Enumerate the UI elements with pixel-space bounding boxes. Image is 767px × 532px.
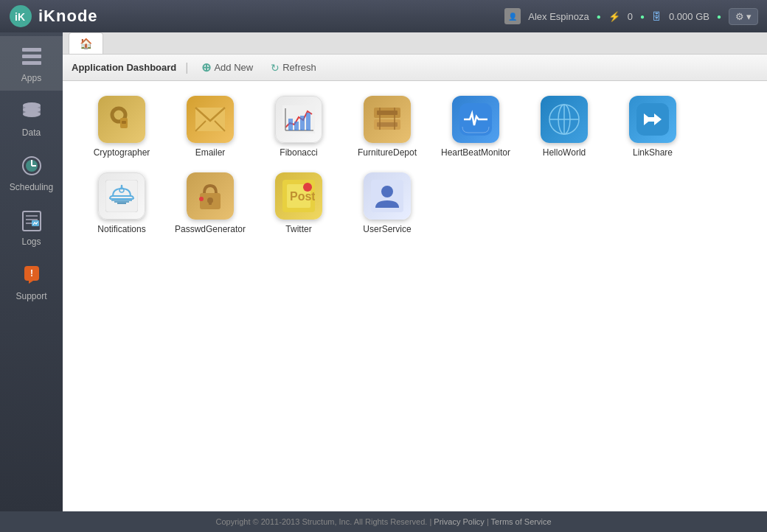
app-item-cryptographer[interactable]: Cryptographer	[85, 96, 159, 158]
sidebar-item-apps[interactable]: Apps	[0, 36, 63, 91]
add-new-button[interactable]: ⊕ Add New	[197, 59, 257, 76]
storage-value: 0.000 GB	[669, 11, 709, 22]
app-item-twitter[interactable]: Post Twitter	[262, 172, 336, 234]
fibonacci-icon	[275, 96, 322, 143]
twitter-icon: Post	[275, 172, 322, 220]
logo: iK iKnode	[9, 4, 98, 28]
data-icon	[18, 98, 45, 125]
svg-rect-34	[294, 122, 299, 130]
logo-icon: iK	[9, 4, 32, 28]
svg-rect-4	[22, 61, 41, 65]
passwdgenerator-icon	[187, 172, 234, 220]
refresh-icon: ↻	[271, 62, 280, 74]
app-item-fibonacci[interactable]: Fibonacci	[262, 96, 336, 158]
helloworld-label: HelloWorld	[543, 147, 586, 158]
notifications-label: Notifications	[97, 224, 145, 234]
header-right: 👤 Alex Espinoza ● ⚡ 0 ● 🗄 0.000 GB ● ⚙ ▾	[504, 8, 758, 25]
toolbar-title: Application Dashboard	[72, 62, 176, 73]
logo-text: iKnode	[38, 7, 98, 26]
storage-icon: 🗄	[652, 11, 662, 22]
twitter-label: Twitter	[285, 224, 311, 234]
apps-icon	[18, 43, 45, 70]
app-item-furnituredepot[interactable]: FurnitureDepot	[350, 96, 424, 158]
svg-point-64	[303, 183, 312, 192]
logs-icon	[18, 207, 45, 234]
settings-dropdown-arrow: ▾	[746, 11, 752, 22]
add-icon: ⊕	[201, 60, 211, 74]
app-item-passwdgenerator[interactable]: PasswdGenerator	[173, 172, 247, 234]
user-avatar: 👤	[504, 8, 521, 24]
svg-text:Post: Post	[290, 190, 315, 203]
cryptographer-label: Cryptographer	[94, 147, 150, 158]
emailer-label: Emailer	[195, 147, 226, 158]
svg-rect-35	[300, 116, 305, 130]
cryptographer-icon	[98, 96, 145, 143]
heartbeatmonitor-icon	[452, 96, 499, 143]
refresh-button[interactable]: ↻ Refresh	[266, 60, 321, 75]
svg-rect-3	[22, 55, 41, 58]
user-name: Alex Espinoza	[528, 11, 589, 22]
furnituredepot-icon	[364, 96, 411, 143]
privacy-policy-link[interactable]: Privacy Policy	[434, 517, 484, 526]
app-item-notifications[interactable]: Notifications	[85, 172, 159, 234]
svg-rect-50	[648, 117, 654, 122]
sidebar-support-label: Support	[15, 291, 46, 301]
svg-rect-33	[288, 119, 293, 130]
sidebar-item-support[interactable]: ! Support	[0, 254, 63, 309]
scheduling-icon	[18, 153, 45, 179]
svg-point-66	[381, 186, 393, 197]
heartbeatmonitor-label: HeartBeatMonitor	[441, 147, 510, 158]
settings-button[interactable]: ⚙ ▾	[729, 8, 758, 25]
dot3: ●	[717, 13, 721, 21]
userservice-label: UserService	[363, 224, 411, 234]
app-item-userservice[interactable]: UserService	[350, 172, 424, 234]
svg-rect-2	[22, 48, 41, 52]
sidebar-data-label: Data	[22, 127, 41, 138]
linkshare-label: LinkShare	[633, 147, 673, 158]
sidebar-apps-label: Apps	[21, 73, 41, 83]
sidebar-scheduling-label: Scheduling	[10, 182, 53, 192]
app-item-heartbeatmonitor[interactable]: HeartBeatMonitor	[439, 96, 513, 158]
svg-point-9	[23, 111, 41, 117]
bolt-icon: ⚡	[608, 11, 620, 22]
furnituredepot-label: FurnitureDepot	[358, 147, 417, 158]
terms-of-service-link[interactable]: Terms of Service	[491, 517, 552, 526]
svg-rect-22	[122, 121, 126, 124]
dot2: ●	[640, 13, 645, 21]
svg-text:!: !	[30, 268, 33, 279]
fibonacci-label: Fibonacci	[280, 147, 317, 158]
toolbar: Application Dashboard | ⊕ Add New ↻ Refr…	[63, 55, 767, 81]
home-icon: 🏠	[80, 38, 92, 49]
main-layout: Apps Data	[0, 32, 767, 511]
footer-copyright: Copyright © 2011-2013 Structum, Inc. All…	[215, 517, 427, 526]
refresh-label: Refresh	[282, 62, 316, 73]
emailer-icon	[187, 96, 234, 143]
app-item-helloworld[interactable]: HelloWorld	[527, 96, 601, 158]
svg-rect-59	[209, 200, 212, 205]
svg-point-60	[199, 197, 204, 201]
header: iK iKnode 👤 Alex Espinoza ● ⚡ 0 ● 🗄 0.00…	[0, 0, 767, 32]
svg-rect-36	[306, 113, 310, 130]
app-item-emailer[interactable]: Emailer	[173, 96, 247, 158]
toolbar-separator: |	[185, 61, 188, 74]
passwdgenerator-label: PasswdGenerator	[175, 224, 246, 234]
tab-bar: 🏠	[63, 32, 767, 55]
support-icon: !	[18, 262, 45, 288]
sidebar-item-data[interactable]: Data	[0, 91, 63, 145]
notifications-icon	[98, 172, 145, 220]
app-item-linkshare[interactable]: LinkShare	[616, 96, 690, 158]
userservice-icon	[364, 172, 411, 220]
gear-icon: ⚙	[735, 11, 744, 22]
home-tab[interactable]: 🏠	[69, 32, 103, 54]
sidebar: Apps Data	[0, 32, 63, 511]
sidebar-item-logs[interactable]: Logs	[0, 200, 63, 254]
sidebar-item-scheduling[interactable]: Scheduling	[0, 145, 63, 200]
content-area: 🏠 Application Dashboard | ⊕ Add New ↻ Re…	[63, 32, 767, 511]
sidebar-logs-label: Logs	[21, 237, 41, 247]
apps-grid: Cryptographer Emailer Fibonacci	[63, 81, 767, 511]
footer: Copyright © 2011-2013 Structum, Inc. All…	[0, 511, 767, 532]
helloworld-icon	[541, 96, 588, 143]
add-new-label: Add New	[214, 62, 253, 73]
linkshare-icon	[629, 96, 676, 143]
bolt-value: 0	[628, 11, 633, 22]
